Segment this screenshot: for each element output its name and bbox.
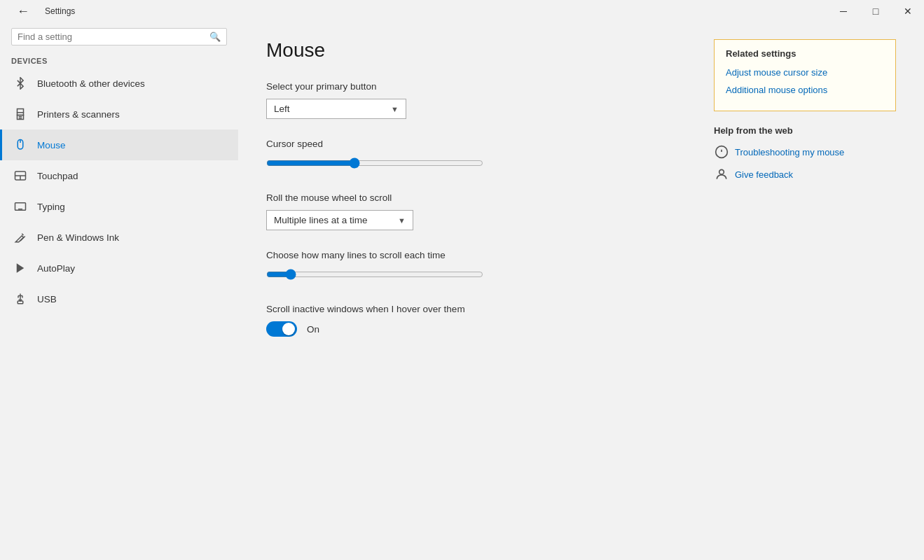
titlebar-left: ← Settings <box>8 4 75 19</box>
svg-rect-1 <box>18 113 24 115</box>
lines-scroll-label: Choose how many lines to scroll each tim… <box>266 250 686 260</box>
sidebar-item-printers-label: Printers & scanners <box>37 109 120 120</box>
titlebar-title: Settings <box>45 6 75 16</box>
sidebar-item-pen[interactable]: Pen & Windows Ink <box>0 222 238 253</box>
roll-wheel-value: Multiple lines at a time <box>274 215 368 225</box>
primary-button-value: Left <box>274 104 290 114</box>
mouse-icon <box>13 138 27 152</box>
scroll-inactive-state-label: On <box>307 324 319 335</box>
lines-scroll-group: Choose how many lines to scroll each tim… <box>266 250 686 284</box>
titlebar-controls: ─ □ ✕ <box>827 0 924 22</box>
roll-wheel-group: Roll the mouse wheel to scroll Multiple … <box>266 192 686 230</box>
scroll-inactive-toggle[interactable] <box>266 321 297 337</box>
content-area: Mouse Select your primary button Left ▼ … <box>238 22 924 560</box>
cursor-speed-slider-container <box>266 156 490 173</box>
maximize-button[interactable]: □ <box>860 0 892 22</box>
page-title: Mouse <box>266 39 686 62</box>
sidebar-item-bluetooth-label: Bluetooth & other devices <box>37 78 145 89</box>
help-section: Help from the web Troubleshooting my mou… <box>714 125 896 182</box>
sidebar-item-typing[interactable]: Typing <box>0 191 238 222</box>
usb-icon <box>13 292 27 306</box>
search-container: 🔍 <box>11 28 227 46</box>
troubleshoot-icon <box>714 144 729 160</box>
titlebar: ← Settings ─ □ ✕ <box>0 0 924 22</box>
sidebar-item-bluetooth[interactable]: Bluetooth & other devices <box>0 68 238 99</box>
feedback-link[interactable]: Give feedback <box>714 167 896 182</box>
search-icon: 🔍 <box>209 31 221 42</box>
feedback-icon <box>714 167 729 182</box>
close-button[interactable]: ✕ <box>892 0 924 22</box>
cursor-speed-group: Cursor speed <box>266 139 686 173</box>
svg-rect-20 <box>18 301 23 304</box>
typing-icon <box>13 200 27 214</box>
adjust-cursor-link[interactable]: Adjust mouse cursor size <box>726 67 884 78</box>
scroll-inactive-label: Scroll inactive windows when I hover ove… <box>266 304 686 314</box>
sidebar-item-touchpad[interactable]: Touchpad <box>0 160 238 191</box>
bluetooth-icon <box>13 76 27 90</box>
minimize-button[interactable]: ─ <box>827 0 860 22</box>
roll-wheel-dropdown[interactable]: Multiple lines at a time ▼ <box>266 210 413 230</box>
dropdown-arrow-icon: ▼ <box>391 105 399 113</box>
touchpad-icon <box>13 169 27 183</box>
additional-options-link[interactable]: Additional mouse options <box>726 85 884 95</box>
primary-button-group: Select your primary button Left ▼ <box>266 81 686 119</box>
troubleshoot-link[interactable]: Troubleshooting my mouse <box>714 144 896 160</box>
scroll-inactive-group: Scroll inactive windows when I hover ove… <box>266 304 686 337</box>
svg-marker-19 <box>17 263 25 273</box>
sidebar-item-printers[interactable]: Printers & scanners <box>0 99 238 130</box>
lines-scroll-slider-container <box>266 267 490 284</box>
cursor-speed-slider[interactable] <box>266 156 483 170</box>
primary-button-dropdown[interactable]: Left ▼ <box>266 99 406 119</box>
lines-scroll-slider[interactable] <box>266 267 483 281</box>
printers-icon <box>13 107 27 121</box>
cursor-speed-label: Cursor speed <box>266 139 686 149</box>
pen-icon <box>13 230 27 244</box>
scroll-inactive-toggle-row: On <box>266 321 686 337</box>
toggle-knob <box>282 323 295 335</box>
feedback-label: Give feedback <box>735 169 793 180</box>
sidebar-item-typing-label: Typing <box>37 202 65 212</box>
sidebar-item-mouse-label: Mouse <box>37 140 66 150</box>
sidebar-item-usb[interactable]: USB <box>0 284 238 314</box>
back-button[interactable]: ← <box>8 4 38 19</box>
sidebar-item-mouse[interactable]: Mouse <box>0 130 238 160</box>
right-panel: Related settings Adjust mouse cursor siz… <box>714 39 896 543</box>
related-settings-box: Related settings Adjust mouse cursor siz… <box>714 39 896 111</box>
sidebar-item-autoplay[interactable]: AutoPlay <box>0 253 238 284</box>
svg-point-27 <box>719 169 724 174</box>
troubleshoot-label: Troubleshooting my mouse <box>735 147 844 158</box>
autoplay-icon <box>13 261 27 275</box>
content-main: Mouse Select your primary button Left ▼ … <box>266 39 686 543</box>
roll-wheel-label: Roll the mouse wheel to scroll <box>266 192 686 203</box>
app-body: 🔍 Devices Bluetooth & other devices Prin… <box>0 22 924 560</box>
related-settings-title: Related settings <box>726 48 884 59</box>
sidebar-item-usb-label: USB <box>37 294 57 304</box>
primary-button-label: Select your primary button <box>266 81 686 92</box>
roll-wheel-arrow-icon: ▼ <box>398 216 406 225</box>
sidebar-item-touchpad-label: Touchpad <box>37 171 78 181</box>
search-input[interactable] <box>18 31 209 42</box>
sidebar-item-pen-label: Pen & Windows Ink <box>37 232 119 243</box>
help-section-title: Help from the web <box>714 125 896 136</box>
sidebar-item-autoplay-label: AutoPlay <box>37 263 75 274</box>
sidebar: 🔍 Devices Bluetooth & other devices Prin… <box>0 22 238 560</box>
section-label: Devices <box>0 51 238 68</box>
